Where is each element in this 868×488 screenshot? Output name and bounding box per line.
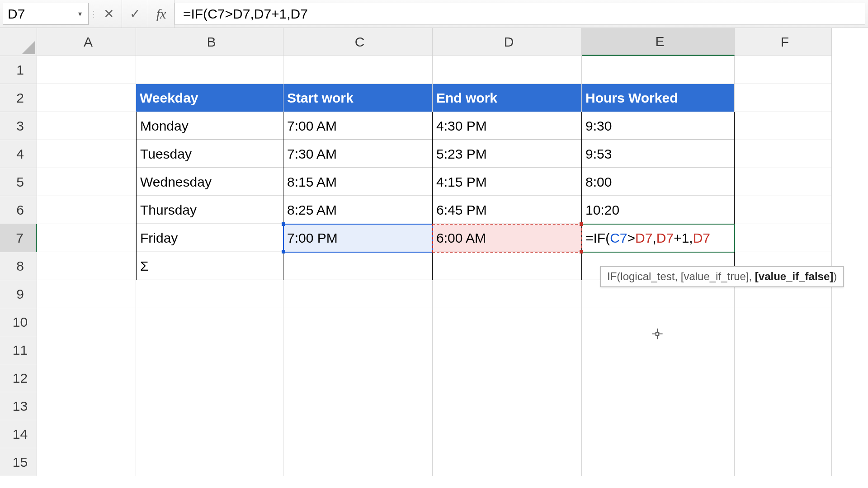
cell-C3[interactable]: 7:00 AM (283, 112, 433, 140)
cell-B10[interactable] (136, 308, 283, 336)
name-box-dropdown[interactable]: ▾ (74, 5, 86, 23)
cell-C9[interactable] (283, 280, 433, 308)
cell-B5[interactable]: Wednesday (136, 168, 283, 196)
row-header-8[interactable]: 8 (0, 252, 37, 280)
spreadsheet-grid[interactable]: ABCDEF12WeekdayStart workEnd workHours W… (0, 28, 868, 476)
cell-A6[interactable] (37, 196, 136, 224)
cell-B7[interactable]: Friday (136, 224, 283, 252)
row-header-14[interactable]: 14 (0, 420, 37, 448)
row-header-5[interactable]: 5 (0, 168, 37, 196)
cell-D1[interactable] (433, 56, 582, 84)
cell-E12[interactable] (582, 364, 735, 392)
cell-C13[interactable] (283, 392, 433, 420)
cell-C4[interactable]: 7:30 AM (283, 140, 433, 168)
cell-A1[interactable] (37, 56, 136, 84)
cell-D10[interactable] (433, 308, 582, 336)
table-header-D[interactable]: End work (433, 84, 582, 112)
table-header-E[interactable]: Hours Worked (582, 84, 735, 112)
cell-B6[interactable]: Thursday (136, 196, 283, 224)
cell-F2[interactable] (735, 84, 832, 112)
row-header-1[interactable]: 1 (0, 56, 37, 84)
cell-C1[interactable] (283, 56, 433, 84)
cell-B4[interactable]: Tuesday (136, 140, 283, 168)
table-header-B[interactable]: Weekday (136, 84, 283, 112)
cell-E11[interactable] (582, 336, 735, 364)
column-header-A[interactable]: A (37, 28, 136, 56)
cell-C12[interactable] (283, 364, 433, 392)
row-header-4[interactable]: 4 (0, 140, 37, 168)
cell-D14[interactable] (433, 420, 582, 448)
cell-D6[interactable]: 6:45 PM (433, 196, 582, 224)
editing-cell-E7[interactable]: =IF(C7>D7,D7+1,D7 (582, 224, 735, 252)
cell-C11[interactable] (283, 336, 433, 364)
cell-D4[interactable]: 5:23 PM (433, 140, 582, 168)
cell-D13[interactable] (433, 392, 582, 420)
row-header-10[interactable]: 10 (0, 308, 37, 336)
cell-F5[interactable] (735, 168, 832, 196)
cell-E1[interactable] (582, 56, 735, 84)
cell-D8[interactable] (433, 252, 582, 280)
cell-A11[interactable] (37, 336, 136, 364)
cell-D11[interactable] (433, 336, 582, 364)
cell-D3[interactable]: 4:30 PM (433, 112, 582, 140)
cell-D12[interactable] (433, 364, 582, 392)
cell-B14[interactable] (136, 420, 283, 448)
cell-F11[interactable] (735, 336, 832, 364)
cell-A5[interactable] (37, 168, 136, 196)
cell-F3[interactable] (735, 112, 832, 140)
cell-F7[interactable] (735, 224, 832, 252)
column-header-B[interactable]: B (136, 28, 283, 56)
row-header-6[interactable]: 6 (0, 196, 37, 224)
cell-E4[interactable]: 9:53 (582, 140, 735, 168)
row-header-15[interactable]: 15 (0, 448, 37, 476)
cell-C8[interactable] (283, 252, 433, 280)
cell-A14[interactable] (37, 420, 136, 448)
cell-E14[interactable] (582, 420, 735, 448)
formula-bar-resize-handle[interactable]: ⋮ (91, 0, 96, 28)
enter-button[interactable]: ✓ (122, 0, 148, 28)
cell-B1[interactable] (136, 56, 283, 84)
cell-F6[interactable] (735, 196, 832, 224)
cell-F4[interactable] (735, 140, 832, 168)
cell-D15[interactable] (433, 448, 582, 476)
cell-E5[interactable]: 8:00 (582, 168, 735, 196)
row-header-13[interactable]: 13 (0, 392, 37, 420)
cell-A4[interactable] (37, 140, 136, 168)
cell-C5[interactable]: 8:15 AM (283, 168, 433, 196)
cell-E13[interactable] (582, 392, 735, 420)
cell-F12[interactable] (735, 364, 832, 392)
row-header-12[interactable]: 12 (0, 364, 37, 392)
column-header-C[interactable]: C (283, 28, 433, 56)
cell-D5[interactable]: 4:15 PM (433, 168, 582, 196)
cell-F13[interactable] (735, 392, 832, 420)
cell-E3[interactable]: 9:30 (582, 112, 735, 140)
cell-B13[interactable] (136, 392, 283, 420)
cancel-button[interactable]: ✕ (96, 0, 122, 28)
row-header-11[interactable]: 11 (0, 336, 37, 364)
insert-function-button[interactable]: fx (148, 0, 175, 28)
cell-A8[interactable] (37, 252, 136, 280)
sigma-cell[interactable]: Σ (136, 252, 283, 280)
cell-F10[interactable] (735, 308, 832, 336)
column-header-F[interactable]: F (735, 28, 832, 56)
row-header-2[interactable]: 2 (0, 84, 37, 112)
formula-input[interactable]: =IF(C7>D7,D7+1,D7 (175, 3, 865, 25)
name-box[interactable]: ▾ (3, 3, 89, 25)
cell-A10[interactable] (37, 308, 136, 336)
cell-B11[interactable] (136, 336, 283, 364)
cell-F15[interactable] (735, 448, 832, 476)
select-all-corner[interactable] (0, 28, 37, 56)
cell-F1[interactable] (735, 56, 832, 84)
cell-C6[interactable]: 8:25 AM (283, 196, 433, 224)
cell-B15[interactable] (136, 448, 283, 476)
cell-B9[interactable] (136, 280, 283, 308)
cell-A15[interactable] (37, 448, 136, 476)
table-header-C[interactable]: Start work (283, 84, 433, 112)
name-box-input[interactable] (3, 5, 66, 23)
cell-A12[interactable] (37, 364, 136, 392)
cell-A13[interactable] (37, 392, 136, 420)
cell-F14[interactable] (735, 420, 832, 448)
cell-B12[interactable] (136, 364, 283, 392)
cell-D9[interactable] (433, 280, 582, 308)
cell-C15[interactable] (283, 448, 433, 476)
